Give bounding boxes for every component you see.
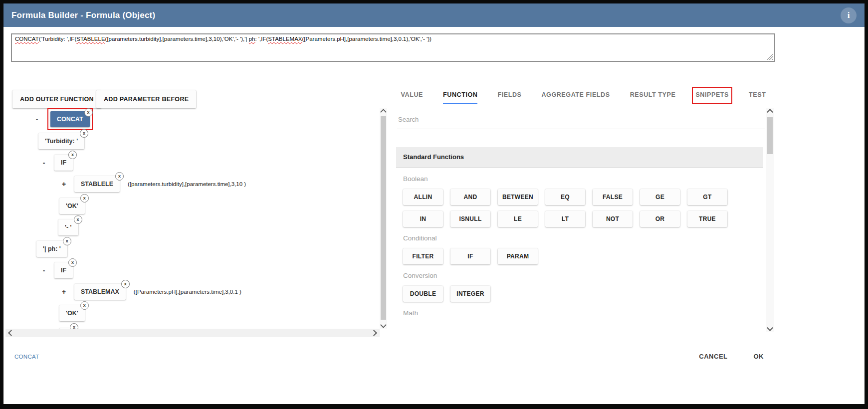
function-button-lt[interactable]: LT — [545, 211, 585, 227]
tab-fields[interactable]: FIELDS — [497, 91, 521, 104]
scroll-up-icon[interactable] — [767, 109, 773, 115]
function-button-false[interactable]: FALSE — [593, 189, 633, 205]
dialog-title: Formula Builder - Formula (Object) — [11, 10, 155, 20]
close-icon[interactable]: x — [115, 172, 124, 181]
formula-input[interactable]: CONCAT('Turbidity: ',IF(STABLELE([parame… — [11, 33, 775, 62]
scroll-left-icon[interactable] — [8, 330, 14, 336]
function-list-header: Standard Functions — [396, 147, 763, 168]
tree-row: - IF x — [41, 261, 73, 279]
collapse-icon[interactable]: - — [41, 266, 46, 274]
tab-function[interactable]: FUNCTION — [443, 91, 477, 104]
conversion-function-grid: DOUBLE INTEGER — [403, 286, 777, 302]
formula-token: CONCAT — [15, 36, 39, 42]
close-icon[interactable]: x — [80, 301, 89, 310]
function-button-integer[interactable]: INTEGER — [450, 286, 490, 302]
tree-node-stablele[interactable]: STABLELE — [74, 176, 120, 192]
conditional-function-grid: FILTER IF PARAM — [403, 248, 777, 264]
close-icon[interactable]: x — [80, 129, 88, 138]
tree-row: 'OK' x — [59, 304, 85, 322]
tab-test[interactable]: TEST — [749, 91, 766, 104]
tree-node-stablemax[interactable]: STABLEMAX — [74, 284, 126, 300]
function-picker-panel: VALUE FUNCTION FIELDS AGGREGATE FIELDS R… — [390, 84, 777, 339]
tree-vertical-scrollbar[interactable] — [380, 108, 387, 329]
function-button-between[interactable]: BETWEEN — [498, 189, 538, 205]
function-button-gt[interactable]: GT — [687, 189, 727, 205]
tree-row: '| ph: ' x — [36, 240, 67, 258]
scroll-down-icon[interactable] — [767, 325, 773, 331]
collapse-icon[interactable]: - — [34, 115, 39, 123]
title-bar: Formula Builder - Formula (Object) i — [3, 3, 865, 27]
close-icon[interactable]: x — [121, 280, 130, 288]
info-icon[interactable]: i — [841, 7, 857, 23]
scroll-right-icon[interactable] — [371, 330, 377, 336]
function-button-isnull[interactable]: ISNULL — [450, 211, 490, 227]
expand-icon[interactable]: + — [61, 180, 66, 188]
close-icon[interactable]: x — [68, 151, 77, 159]
expand-icon[interactable]: + — [61, 288, 66, 296]
function-button-filter[interactable]: FILTER — [403, 248, 443, 264]
tab-result-type[interactable]: RESULT TYPE — [630, 91, 676, 104]
tree-row: '- ' x — [58, 218, 78, 236]
formula-tree-panel: ADD OUTER FUNCTION ADD PARAMETER BEFORE … — [3, 84, 388, 339]
scrollbar-thumb[interactable] — [381, 116, 386, 320]
resize-handle-icon[interactable] — [767, 53, 773, 60]
tree-node-turbidity-literal[interactable]: 'Turbidity: ' — [38, 133, 84, 149]
tab-aggregate-fields[interactable]: AGGREGATE FIELDS — [541, 91, 610, 104]
close-icon[interactable]: x — [74, 215, 82, 224]
formula-token: STABLELE — [76, 36, 105, 42]
function-button-double[interactable]: DOUBLE — [403, 286, 443, 302]
selected-node-outline: CONCAT x — [47, 108, 93, 130]
function-button-true[interactable]: TRUE — [687, 211, 727, 227]
function-button-le[interactable]: LE — [498, 211, 538, 227]
tree-node-ph-literal[interactable]: '| ph: ' — [36, 241, 67, 257]
formula-token: ([parameters.turbidity],[parameters.time… — [105, 36, 249, 42]
cancel-button[interactable]: CANCEL — [698, 351, 728, 362]
formula-builder-dialog: Formula Builder - Formula (Object) i CON… — [0, 0, 868, 409]
formula-text: CONCAT('Turbidity: ',IF(STABLELE([parame… — [15, 36, 771, 42]
function-button-not[interactable]: NOT — [593, 211, 633, 227]
breadcrumb-concat-link[interactable]: CONCAT — [14, 354, 39, 360]
node-args: ([parameters.turbidity],[parameters.time… — [128, 181, 246, 187]
tree-row: 'Turbidity: ' x — [38, 132, 84, 150]
add-outer-function-button[interactable]: ADD OUTER FUNCTION — [12, 90, 101, 108]
close-icon[interactable]: x — [68, 258, 77, 267]
function-button-in[interactable]: IN — [403, 211, 443, 227]
formula-token: STABLEMAX — [268, 36, 302, 42]
formula-token: ([Parameters.pH],[parameters.time],3,0.1… — [302, 36, 432, 42]
tree-row: - CONCAT x — [34, 110, 93, 128]
close-icon[interactable]: x — [63, 237, 71, 245]
tree-row: 'OK' x — [59, 197, 85, 215]
function-button-allin[interactable]: ALLIN — [403, 189, 443, 205]
function-button-and[interactable]: AND — [450, 189, 490, 205]
ok-button[interactable]: OK — [753, 351, 765, 362]
function-button-or[interactable]: OR — [640, 211, 680, 227]
formula-token: ph — [249, 36, 255, 42]
scroll-up-icon[interactable] — [380, 109, 387, 115]
add-parameter-before-button[interactable]: ADD PARAMETER BEFORE — [96, 90, 196, 108]
function-button-ge[interactable]: GE — [640, 189, 680, 205]
tab-bar: VALUE FUNCTION FIELDS AGGREGATE FIELDS R… — [390, 91, 777, 104]
tree-row: - IF x — [41, 154, 73, 172]
node-args: ([Parameters.pH],[parameters.time],3,0.1… — [134, 289, 241, 295]
search-input[interactable] — [397, 112, 765, 129]
collapse-icon[interactable]: - — [41, 159, 46, 167]
section-label-boolean: Boolean — [403, 175, 777, 183]
tree-node-concat[interactable]: CONCAT — [50, 111, 90, 127]
function-panel-vertical-scrollbar[interactable] — [766, 108, 774, 332]
function-button-if[interactable]: IF — [450, 248, 490, 264]
dialog-footer: CONCAT CANCEL OK — [3, 339, 865, 404]
section-label-math: Math — [403, 309, 777, 317]
scroll-down-icon[interactable] — [380, 322, 387, 328]
tree-row: + STABLEMAX x ([Parameters.pH],[paramete… — [61, 283, 241, 301]
formula-token: : ',IF( — [255, 36, 268, 42]
function-button-eq[interactable]: EQ — [545, 189, 585, 205]
scrollbar-thumb[interactable] — [767, 117, 773, 154]
function-button-param[interactable]: PARAM — [498, 248, 538, 264]
section-label-conversion: Conversion — [403, 272, 777, 279]
tab-snippets[interactable]: SNIPPETS — [695, 91, 729, 104]
section-label-conditional: Conditional — [403, 234, 777, 242]
tab-value[interactable]: VALUE — [401, 91, 423, 104]
close-icon[interactable]: x — [80, 194, 89, 203]
close-icon[interactable]: x — [84, 108, 93, 117]
tree-horizontal-scrollbar[interactable] — [5, 329, 380, 337]
